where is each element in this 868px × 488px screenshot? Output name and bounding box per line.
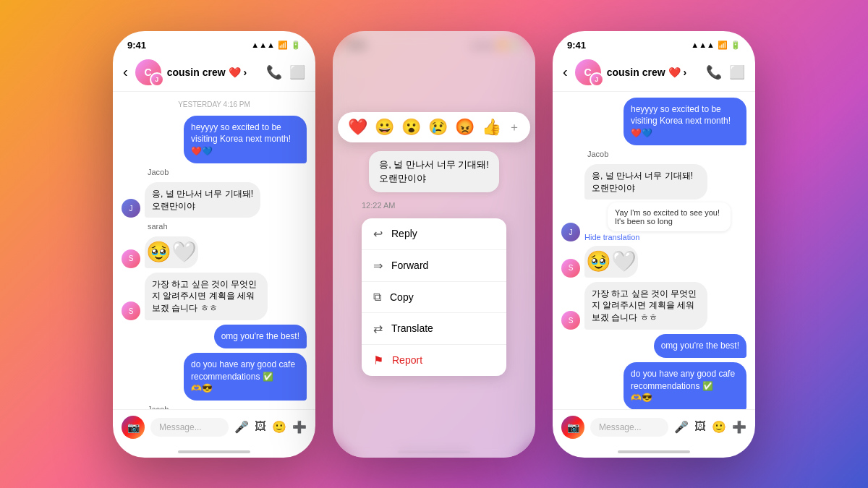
avatar-group-left: C J	[135, 59, 161, 85]
signal-icon-right: ▲▲▲	[691, 40, 715, 49]
input-icons-left: 🎤 🖼 🙂 ➕	[234, 420, 307, 434]
reaction-sad[interactable]: 😢	[428, 118, 448, 137]
back-button-right[interactable]: ‹	[563, 64, 568, 80]
battery-icon-right: 🔋	[731, 40, 741, 50]
bottom-bar-left: 📷 Message... 🎤 🖼 🙂 ➕	[113, 409, 315, 450]
sender-label-sarah: sarah	[148, 222, 307, 231]
right-message-row-3: S 🥹🤍	[561, 246, 746, 277]
status-icons-left: ▲▲▲ 📶 🔋	[251, 40, 301, 50]
right-phone: 9:41 ▲▲▲ 📶 🔋 ‹ C J cousin crew ❤️ › 📞 ⬜	[553, 31, 755, 458]
chat-title-area-left: cousin crew ❤️ ›	[167, 67, 260, 78]
context-overlay: ❤️ 😀 😮 😢 😡 👍 ＋ 응, 널 만나서 너무 기대돼!오랜만이야 12:…	[333, 31, 535, 458]
image-icon-left[interactable]: 🖼	[255, 420, 266, 434]
mic-icon-left[interactable]: 🎤	[234, 420, 249, 434]
highlighted-message: 응, 널 만나서 너무 기대돼!오랜만이야	[369, 151, 499, 192]
context-reply[interactable]: ↩ Reply	[362, 218, 506, 250]
message-input-left[interactable]: Message...	[150, 418, 229, 437]
reaction-surprised[interactable]: 😮	[401, 118, 421, 137]
wifi-icon-right: 📶	[718, 40, 728, 50]
translation-bubble: Yay I'm so excited to see you! It's been…	[608, 202, 731, 231]
report-icon: ⚑	[373, 354, 383, 367]
bubble-5[interactable]: omg you're the best!	[214, 325, 307, 348]
status-time-left: 9:41	[127, 40, 146, 51]
chat-header-right: ‹ C J cousin crew ❤️ › 📞 ⬜	[553, 55, 755, 92]
bubble-3[interactable]: 🥹🤍	[145, 236, 198, 267]
forward-icon: ⇒	[373, 259, 383, 273]
context-copy[interactable]: ⧉ Copy	[362, 282, 506, 313]
right-bubble-6[interactable]: do you have any good cafe recommendation…	[624, 362, 746, 409]
video-icon-right[interactable]: ⬜	[729, 64, 745, 80]
message-input-right[interactable]: Message...	[590, 418, 668, 437]
message-row-5: omg you're the best!	[122, 325, 307, 348]
right-bubble-2[interactable]: 응, 널 만나서 너무 기대돼!오랜만이야	[584, 164, 707, 200]
message-row-2: J 응, 널 만나서 너무 기대돼!오랜만이야	[122, 182, 307, 218]
home-indicator-left	[113, 450, 315, 458]
right-bubble-3[interactable]: 🥹🤍	[584, 246, 638, 277]
signal-icon: ▲▲▲	[251, 40, 275, 49]
context-forward[interactable]: ⇒ Forward	[362, 250, 506, 282]
emoji-icon-left[interactable]: 🙂	[272, 420, 286, 434]
right-bubble-4[interactable]: 가장 하고 싶은 것이 무엇인지 알려주시면 계획을 세워보겠 습니다 ㅎㅎ	[584, 282, 707, 330]
reaction-plus[interactable]: ＋	[509, 120, 520, 135]
reply-icon: ↩	[373, 227, 383, 241]
bubble-2[interactable]: 응, 널 만나서 너무 기대돼!오랜만이야	[145, 182, 260, 218]
timestamp-left: YESTERDAY 4:16 PM	[122, 100, 307, 108]
avatar-secondary-right: J	[590, 72, 604, 87]
avatar-jacob-1: J	[122, 199, 140, 218]
context-translate[interactable]: ⇄ Translate	[362, 313, 506, 345]
mic-icon-right[interactable]: 🎤	[674, 420, 689, 434]
right-message-row-6: do you have any good cafe recommendation…	[561, 362, 746, 409]
bubble-1[interactable]: heyyyy so excited to be visiting Korea n…	[184, 116, 307, 163]
chat-header-left: ‹ C J cousin crew ❤️ › 📞 ⬜	[113, 55, 315, 92]
bubble-6[interactable]: do you have any good cafe recommendation…	[184, 353, 307, 401]
right-message-row-4: S 가장 하고 싶은 것이 무엇인지 알려주시면 계획을 세워보겠 습니다 ㅎㅎ	[561, 282, 746, 330]
image-icon-right[interactable]: 🖼	[694, 420, 706, 434]
right-avatar-sarah-2: S	[561, 311, 580, 330]
right-avatar-sarah: S	[561, 259, 580, 278]
reaction-heart[interactable]: ❤️	[348, 118, 367, 137]
middle-phone: 9:41 ▲▲▲ 📶 🔋 ❤️ 😀 😮 😢 😡 👍 ＋ 응, 널 만나서 너무 …	[333, 31, 535, 458]
add-icon-left[interactable]: ➕	[292, 420, 307, 434]
reaction-smile[interactable]: 😀	[375, 118, 394, 137]
reaction-angry[interactable]: 😡	[455, 118, 475, 137]
wifi-icon: 📶	[278, 40, 288, 50]
reaction-bar: ❤️ 😀 😮 😢 😡 👍 ＋	[338, 112, 530, 142]
left-phone: 9:41 ▲▲▲ 📶 🔋 ‹ C J cousin crew ❤️ › 📞 ⬜ …	[113, 31, 315, 458]
battery-icon: 🔋	[291, 40, 301, 50]
context-report[interactable]: ⚑ Report	[362, 345, 506, 376]
header-icons-right: 📞 ⬜	[706, 64, 745, 80]
back-button-left[interactable]: ‹	[123, 64, 128, 80]
copy-icon: ⧉	[373, 291, 381, 304]
emoji-icon-right[interactable]: 🙂	[712, 420, 726, 434]
avatar-sarah-2: S	[122, 301, 140, 320]
chat-title-left: cousin crew ❤️ ›	[167, 67, 260, 78]
status-bar-right: 9:41 ▲▲▲ 📶 🔋	[553, 31, 755, 55]
bubble-4[interactable]: 가장 하고 싶은 것이 무엇인지 알려주시면 계획을 세워보겠 습니다 ㅎㅎ	[145, 273, 268, 320]
messages-area-left: YESTERDAY 4:16 PM heyyyy so excited to b…	[113, 92, 315, 409]
messages-area-right: heyyyy so excited to be visiting Korea n…	[553, 92, 755, 409]
message-row-1: heyyyy so excited to be visiting Korea n…	[122, 116, 307, 163]
right-bubble-5[interactable]: omg you're the best!	[654, 334, 746, 358]
bottom-bar-right: 📷 Message... 🎤 🖼 🙂 ➕	[553, 409, 755, 450]
right-avatar-jacob-1: J	[561, 223, 580, 241]
avatar-sarah: S	[122, 249, 140, 268]
hide-translation-btn[interactable]: Hide translation	[584, 233, 731, 241]
right-message-row-5: omg you're the best!	[561, 334, 746, 358]
header-icons-left: 📞 ⬜	[266, 64, 305, 80]
add-icon-right[interactable]: ➕	[732, 420, 746, 434]
video-icon-left[interactable]: ⬜	[289, 64, 305, 80]
right-sender-label-jacob-1: Jacob	[587, 150, 746, 158]
avatar-group-right: C J	[575, 59, 601, 85]
message-row-3: S 🥹🤍	[122, 236, 307, 267]
home-indicator-right	[553, 450, 755, 458]
status-icons-right: ▲▲▲ 📶 🔋	[691, 40, 741, 50]
phone-icon-right[interactable]: 📞	[706, 64, 722, 80]
context-menu: ↩ Reply ⇒ Forward ⧉ Copy ⇄ Translate ⚑ R…	[362, 218, 506, 376]
camera-button-left[interactable]: 📷	[122, 416, 145, 439]
right-bubble-1[interactable]: heyyyy so excited to be visiting Korea n…	[624, 98, 746, 145]
camera-button-right[interactable]: 📷	[561, 416, 584, 439]
chat-title-right: cousin crew ❤️ ›	[607, 67, 700, 78]
message-row-6: do you have any good cafe recommendation…	[122, 353, 307, 401]
phone-icon-left[interactable]: 📞	[266, 64, 282, 80]
reaction-thumbs-up[interactable]: 👍	[482, 118, 501, 137]
